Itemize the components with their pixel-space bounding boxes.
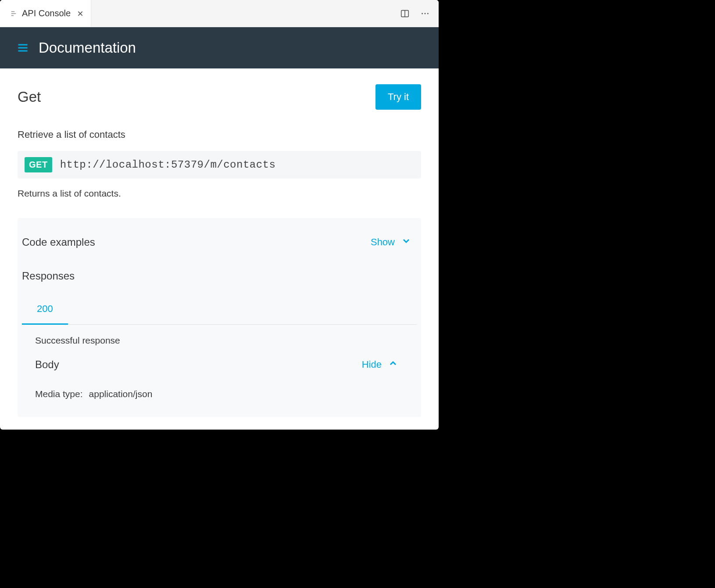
response-description: Successful response: [35, 335, 404, 346]
split-pane-icon[interactable]: [398, 7, 411, 20]
endpoint-description: Returns a list of contacts.: [18, 188, 421, 199]
media-type-row: Media type: application/json: [35, 389, 404, 399]
http-method-badge: GET: [25, 157, 52, 172]
svg-point-7: [422, 13, 423, 14]
response-block: Successful response Body Hide: [22, 325, 417, 399]
media-type-value: application/json: [89, 389, 153, 399]
document-icon: [10, 10, 18, 18]
show-label: Show: [371, 237, 395, 248]
app-frame: API Console: [0, 0, 439, 430]
endpoint-url: http://localhost:57379/m/contacts: [60, 159, 276, 171]
body-heading: Body: [35, 359, 59, 371]
chevron-down-icon: [401, 236, 411, 249]
svg-point-9: [427, 13, 429, 14]
svg-point-8: [425, 13, 426, 14]
body-row: Body Hide: [35, 358, 404, 371]
endpoint-bar: GET http://localhost:57379/m/contacts: [18, 151, 421, 179]
responses-heading: Responses: [22, 270, 75, 282]
page-title: Get: [18, 89, 41, 105]
response-tabs: 200: [22, 294, 417, 325]
tab-status-200[interactable]: 200: [22, 294, 68, 325]
more-icon[interactable]: [418, 7, 432, 20]
tab-label: API Console: [22, 8, 71, 18]
tab-bar: API Console: [0, 0, 439, 27]
header-title: Documentation: [39, 39, 136, 56]
code-examples-heading: Code examples: [22, 236, 95, 248]
details-panel: Code examples Show Responses: [18, 218, 421, 417]
hide-toggle[interactable]: Hide: [362, 358, 398, 371]
page-subtitle: Retrieve a list of contacts: [18, 129, 421, 140]
chevron-up-icon: [388, 358, 398, 371]
tab-bar-actions: [398, 7, 432, 20]
main-content: Get Try it Retrieve a list of contacts G…: [0, 68, 439, 417]
show-toggle[interactable]: Show: [371, 236, 411, 249]
title-row: Get Try it: [18, 84, 421, 110]
hide-label: Hide: [362, 359, 382, 370]
media-type-label: Media type:: [35, 389, 83, 399]
menu-icon[interactable]: [17, 42, 29, 54]
try-it-button[interactable]: Try it: [375, 84, 421, 110]
app-header: Documentation: [0, 27, 439, 68]
code-examples-section: Code examples Show: [22, 222, 417, 257]
close-icon[interactable]: [77, 10, 84, 17]
tab-api-console[interactable]: API Console: [0, 0, 91, 27]
responses-section: Responses 200 Successful response Body H…: [22, 257, 417, 407]
